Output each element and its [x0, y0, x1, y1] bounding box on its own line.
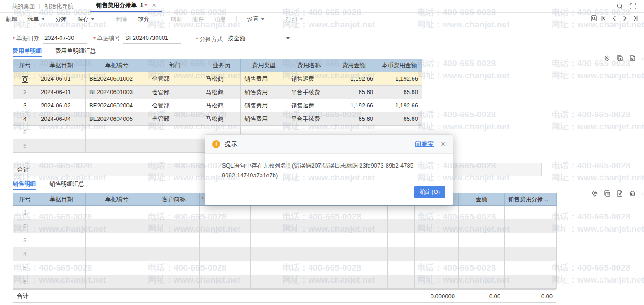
table-row[interactable]: 1	[13, 206, 557, 219]
window-tab-init-navigation[interactable]: 初始化导航	[40, 0, 78, 12]
next-page-icon[interactable]	[621, 15, 628, 22]
copy-layers-icon[interactable]	[604, 190, 611, 197]
sales-total-row: 合计0.0000000.000.00	[13, 289, 556, 303]
tab-expense-detail[interactable]: 费用单明细	[13, 45, 42, 57]
column-header: 本币费用金额	[377, 59, 422, 72]
table-row[interactable]: 22024-06-01BE20240601003仓管部马松鹤销售费用平台手续费6…	[13, 86, 422, 99]
toolbar-button-attachment: 附件	[192, 15, 204, 23]
sales-total-value: 0.00	[458, 290, 504, 302]
more-icon[interactable]	[641, 55, 644, 62]
search-icon[interactable]	[616, 3, 623, 10]
tab-sales-detail-summary[interactable]: 销售明细汇总	[49, 178, 84, 190]
row-number-cell: 2	[13, 219, 37, 233]
row-number-cell	[13, 72, 37, 86]
cell: 马松鹤	[202, 72, 241, 86]
column-header: 客户简称	[148, 193, 200, 206]
tab-close-icon[interactable]: ×	[152, 2, 156, 9]
cell	[415, 261, 459, 275]
required-marker: *	[201, 196, 204, 202]
cell	[148, 233, 200, 247]
cell	[505, 206, 557, 219]
cell: 65.60	[331, 112, 377, 126]
table-row[interactable]: 2	[13, 219, 557, 233]
current-row-icon	[22, 75, 29, 82]
cell	[37, 139, 86, 153]
cell: 65.60	[331, 86, 377, 99]
cell: 销售费用	[241, 112, 287, 126]
first-page-icon[interactable]	[600, 15, 608, 22]
cell: 销售费用	[241, 86, 287, 99]
doc-date-input[interactable]: 2024-07-30	[43, 33, 87, 44]
toolbar-button-discard[interactable]: 放弃	[138, 15, 149, 23]
more-icon[interactable]	[641, 190, 644, 197]
doc-number-field: *单据编号SF20240730001	[93, 33, 181, 44]
copy-layers-icon[interactable]	[616, 55, 623, 62]
table-row[interactable]: 42024-06-04BE20240604005仓管部马松鹤销售费用平台手续费6…	[13, 112, 422, 126]
watermark-phone: 电话：400-665-0028	[417, 108, 509, 120]
prev-page-icon[interactable]	[611, 15, 618, 22]
toolbar-button-new[interactable]: 新增	[5, 15, 17, 23]
watermark-url: 网址：www.chanjet.net	[552, 223, 644, 235]
toolbar-button-save[interactable]: 保存	[77, 15, 95, 23]
watermark-text: 电话：400-665-0028网址：www.chanjet.net	[552, 159, 644, 184]
row-number-cell: 1	[13, 206, 37, 219]
cell	[148, 247, 200, 261]
alert-dialog: ! 提示 问服宝 × SQL语句中存在无效列名！(错误码207,错误日志标识 2…	[205, 134, 453, 205]
window-tab-sales-expense-allocation[interactable]: 销售费用分摊单_1*×	[90, 0, 162, 12]
doc-search-icon[interactable]	[590, 15, 597, 22]
cell: 平台手续费	[287, 86, 331, 99]
window-tab-my-desktop[interactable]: 我的桌面	[7, 0, 39, 12]
cell	[148, 206, 200, 219]
sales-total-value: 0.000000	[414, 290, 458, 302]
cell	[296, 233, 342, 247]
tab-sales-detail[interactable]: 销售明细	[13, 178, 36, 190]
cell	[296, 206, 342, 219]
cell	[86, 126, 148, 139]
sales-section-icons	[591, 190, 644, 197]
table-row[interactable]: 32024-06-02BE20240602004仓管部马松鹤销售费用销售运费1,…	[13, 99, 422, 112]
toolbar-separator	[236, 16, 237, 22]
watermark-url: 网址：www.chanjet.net	[552, 172, 644, 184]
toolbar-button-select-doc[interactable]: 选单	[27, 15, 45, 23]
last-page-icon[interactable]	[631, 15, 639, 22]
doc-export-icon[interactable]	[616, 190, 623, 197]
cell	[148, 139, 202, 153]
cell	[86, 275, 148, 289]
table-row[interactable]: 6	[13, 275, 557, 289]
ok-button[interactable]: 确定(O)	[414, 186, 445, 198]
row-number: 4	[23, 116, 26, 122]
toolbar-button-label: 保存	[77, 15, 89, 23]
tab-expense-detail-summary[interactable]: 费用单明细汇总	[55, 45, 96, 57]
table-row[interactable]: 4	[13, 247, 557, 261]
watermark-url: 网址：www.chanjet.net	[552, 274, 644, 286]
watermark-text: 电话：400-665-0028网址：www.chanjet.net	[417, 57, 509, 82]
close-icon[interactable]: ×	[441, 140, 445, 148]
row-number: 1	[23, 209, 26, 216]
window-tab-label: 销售费用分摊单_1	[96, 1, 143, 9]
doc-export-icon[interactable]	[629, 55, 636, 62]
column-header: 单据日期	[37, 193, 86, 206]
toolbar-button-label: 附件	[192, 15, 204, 23]
fullscreen-icon[interactable]	[630, 3, 637, 10]
column-header: 销售费用分摊...	[505, 193, 557, 206]
location-pin-icon[interactable]	[604, 55, 611, 62]
doc-number-input[interactable]: SF20240730001	[123, 33, 181, 44]
watermark-text: 电话：400-665-0028网址：www.chanjet.net	[552, 108, 644, 133]
cell	[37, 247, 86, 261]
allocation-method-input[interactable]: 按金额	[226, 33, 292, 45]
bank-icon[interactable]	[629, 190, 636, 197]
cell	[37, 206, 86, 219]
table-row[interactable]: 5	[13, 261, 557, 275]
row-number: 2	[23, 89, 26, 95]
toolbar-button-settings[interactable]: 设置	[247, 15, 265, 23]
cell	[342, 233, 388, 247]
location-pin-icon[interactable]	[591, 190, 598, 197]
sales-table: 序号单据日期单据编号客户简称*结金额销售费用分摊...123456	[13, 193, 557, 289]
table-row[interactable]: 3	[13, 233, 557, 247]
required-marker: *	[196, 36, 198, 43]
cell	[415, 247, 459, 261]
table-row[interactable]: 2024-06-01BE20240601002仓管部马松鹤销售费用销售运费1,1…	[13, 72, 422, 86]
column-header: 业务员	[202, 59, 241, 72]
help-link[interactable]: 问服宝	[415, 140, 434, 148]
toolbar-button-allocate[interactable]: 分摊	[55, 15, 67, 23]
